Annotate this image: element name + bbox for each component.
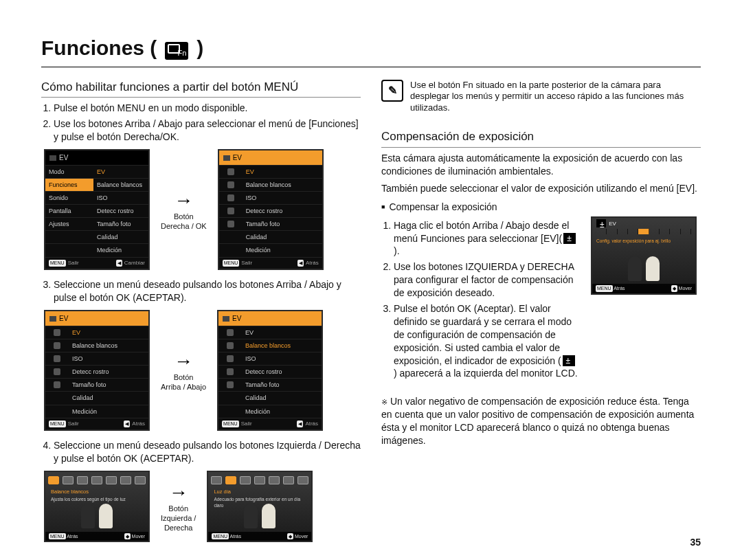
nav-medicion: Medición (243, 244, 322, 256)
mock-title: Balance blancos (51, 489, 143, 495)
foot-atras: Atrás (67, 534, 78, 539)
wb-icon (135, 476, 146, 484)
step-2: Use los botones Arriba / Abajo para sele… (54, 117, 361, 144)
icon (227, 381, 234, 388)
wb-icon (211, 476, 222, 484)
ev-top-label: EV (595, 219, 616, 228)
nav-badge-icon: ◀ (297, 260, 304, 266)
foot-atras: Atrás (230, 534, 241, 539)
sidebar-empty (45, 244, 93, 256)
cam-header-title: EV (59, 314, 68, 324)
step-4-list: Seleccione un menú deseado pulsando los … (41, 439, 361, 465)
nav-iso: ISO (93, 192, 148, 204)
nav-detecc: Detecc rostro (93, 205, 148, 217)
cam-foot: MENUSalir◀Atrás (218, 418, 322, 430)
wb-auto-icon (48, 476, 59, 484)
r-step-1-text: Haga clic el botón Arriba / Abajo desde … (394, 220, 569, 244)
sidebar-ajustes: Ajustes (45, 218, 93, 230)
wb-daylight-icon (225, 476, 236, 484)
steps-1-2: Pulse el botón MENU en un modo disponibl… (41, 102, 361, 144)
function-fn-icon (165, 42, 188, 60)
foot-atras: Atrás (305, 421, 318, 428)
nav-calidad: Calidad (69, 392, 148, 404)
mock-foot: MENU Atrás◆ Mover (208, 532, 311, 541)
menu-badge-icon: MENU (212, 533, 229, 539)
mock-foot: MENU Atrás◆ Mover (45, 532, 148, 541)
page-title: Funciones ( (41, 34, 157, 63)
menu-badge-icon: MENU (223, 260, 240, 266)
camera-icon (49, 316, 56, 322)
nav-iso: ISO (243, 192, 322, 204)
cam-foot: MENUSalir◀Cambiar (45, 257, 148, 269)
camera-icon (49, 155, 56, 161)
nav-calidad: Calidad (242, 392, 322, 404)
person-1 (628, 256, 642, 281)
nav-tamano: Tamaño foto (243, 218, 322, 230)
nav-detecc: Detecc rostro (243, 205, 322, 217)
photo-mock-right: Luz día Adecuado para fotografía exterio… (207, 471, 313, 542)
r-step-2: Use los botones IZQUIERDA y DERECHA para… (394, 260, 580, 300)
wb-icon (63, 476, 74, 484)
nav-medicion: Medición (242, 405, 322, 418)
mock-sub: Ajusta los colores según el tipo de luz (51, 497, 143, 503)
sidebar-funciones: Funciones (45, 179, 93, 191)
fig3-arrow-block: → Botón Izquierda / Derecha (161, 480, 196, 533)
asterisk-icon: ※ (381, 398, 387, 406)
foot-salir: Salir (68, 421, 79, 428)
note-text: Use el botón Fn situado en la parte post… (410, 80, 701, 115)
page-title-suffix: ) (196, 34, 203, 63)
sidebar-pantalla: Pantalla (45, 205, 93, 217)
foot-cambiar: Cambiar (124, 260, 145, 267)
nav-badge-icon: ◀ (124, 421, 130, 427)
ev-scale-active (638, 229, 649, 234)
person-2 (262, 504, 276, 528)
step-3: Seleccione un menú deseado pulsando los … (54, 278, 361, 304)
cam-menu-left-1: EV ModoEV FuncionesBalance blancos Sonid… (44, 149, 150, 270)
nav-medicion: Medición (93, 244, 148, 256)
fig2-caption: Botón Arriba / Abajo (161, 373, 206, 392)
fig1-arrow-block: → Botón Derecha / OK (161, 188, 207, 232)
foot-atras: Atrás (614, 286, 625, 291)
cam-header-title: EV (233, 153, 242, 163)
sidebar-empty (45, 231, 93, 243)
wb-icon-strip (48, 476, 146, 484)
nav-ev: EV (69, 326, 148, 339)
icon (54, 329, 60, 336)
wb-icon (240, 476, 251, 484)
nav-balance: Balance blancos (69, 339, 148, 352)
r-step-3-text: Pulse el botón OK (Aceptar). El valor de… (394, 303, 572, 366)
pad-badge-icon: ◆ (671, 285, 677, 291)
nav-iso: ISO (69, 352, 148, 365)
photo-mock-left: Balance blancos Ajusta los colores según… (44, 471, 150, 542)
menu-badge-icon: MENU (222, 421, 239, 427)
arrow-right-icon: → (161, 480, 196, 504)
menu-badge-icon: MENU (49, 533, 66, 539)
foot-salir: Salir (241, 421, 252, 428)
cam-foot: MENUSalir◀Atrás (219, 257, 322, 269)
nav-badge-icon: ◀ (297, 421, 303, 427)
r-step-3-suffix: ) aparecerá a la izquierda del monitor L… (394, 368, 578, 379)
footnote: ※Un valor negativo de compensación de ex… (381, 395, 701, 447)
wb-icon (120, 476, 131, 484)
nav-badge-icon: ◀ (116, 260, 122, 266)
sub-head: Compensar la exposición (381, 201, 701, 214)
person-1 (81, 504, 95, 528)
page-number: 35 (690, 536, 701, 549)
ev-scale (596, 229, 691, 234)
icon (227, 329, 234, 336)
intro-2: También puede seleccionar el valor de ex… (381, 182, 701, 195)
icon (227, 368, 234, 375)
mode-icon (227, 168, 234, 175)
icon (54, 368, 60, 375)
nav-tamano: Tamaño foto (242, 379, 322, 391)
icon (227, 221, 234, 227)
nav-iso: ISO (242, 352, 322, 365)
arrow-right-icon: → (161, 349, 206, 373)
nav-ev: EV (93, 166, 148, 178)
sidebar-sonido: Sonido (45, 192, 93, 204)
ev-caption: Config. valor exposición para aj. brillo (596, 238, 691, 245)
foot-atras: Atrás (306, 260, 319, 267)
nav-calidad: Calidad (243, 231, 322, 243)
nav-calidad: Calidad (93, 231, 148, 243)
nav-ev: EV (243, 166, 322, 178)
